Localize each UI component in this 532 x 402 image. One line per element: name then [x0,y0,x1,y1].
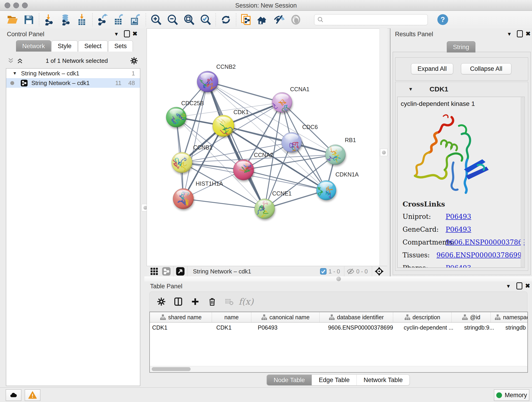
export-network-button[interactable] [94,13,111,27]
warnings-button[interactable] [25,389,40,401]
network-right-splitter[interactable] [380,28,387,266]
results-panel-close-icon[interactable]: ✖ [526,31,531,37]
crosslink-link[interactable]: 9606.ENSP00000378699 [446,238,525,246]
tab-edge-table[interactable]: Edge Table [312,375,357,385]
memory-button[interactable]: Memory [494,389,529,401]
node-CDKN1A[interactable] [317,180,336,200]
add-column-button[interactable] [187,294,204,310]
birdseye-view-icon[interactable] [374,267,384,276]
tab-sets[interactable]: Sets [108,40,133,51]
zoom-selected-button[interactable] [197,13,214,27]
open-session-button[interactable] [4,13,21,27]
tab-style[interactable]: Style [51,40,78,51]
table-cell[interactable]: P06493 [255,322,326,332]
node-HIST1H1A[interactable] [173,188,194,209]
crosslink-link[interactable]: P06493 [446,225,471,233]
node-RB1[interactable] [325,145,346,165]
import-table-file-button[interactable] [74,13,90,27]
refresh-button[interactable] [218,13,234,27]
node-CDK1[interactable] [213,115,234,141]
export-image-button[interactable] [127,13,144,27]
table-panel-splitter[interactable] [144,276,532,281]
column-header-name[interactable]: name [212,312,251,322]
show-columns-button[interactable] [170,294,187,310]
tab-string[interactable]: String [447,41,475,52]
show-panels-button[interactable] [288,13,304,27]
network-options-gear-icon[interactable] [130,57,138,65]
zoom-out-button[interactable] [164,13,181,27]
share-view-icon[interactable] [162,267,171,276]
tab-network-table[interactable]: Network Table [357,375,410,385]
hide-panels-button[interactable] [271,13,288,27]
cloud-status-button[interactable] [6,389,21,401]
node-CDC25B[interactable] [166,107,186,127]
column-header--id[interactable]: @id [452,312,491,322]
delete-column-button[interactable] [204,294,221,310]
collapse-all-icon[interactable] [7,57,14,64]
column-header-shared-name[interactable]: shared name [150,312,212,322]
network-row[interactable]: String Network – cdk1 11 48 [6,78,140,88]
import-network-file-button[interactable] [41,13,57,27]
zoom-in-button[interactable] [148,13,164,27]
string-import-button[interactable] [238,13,254,27]
node-CCNB1[interactable] [172,152,192,173]
tab-select[interactable]: Select [78,40,108,51]
crosslink-link[interactable]: P06493 [446,264,471,268]
save-session-button[interactable] [21,13,37,27]
results-scrollbar[interactable] [521,97,524,267]
table-cell[interactable]: cyclin-dependent ... [401,322,462,332]
crosslink-link[interactable]: 9606.ENSP00000378699 [437,251,522,259]
help-button[interactable]: ? [437,14,448,25]
node-CCNE1[interactable] [254,199,275,219]
table-panel-menu-icon[interactable]: ▼ [506,284,511,289]
control-panel-menu-icon[interactable]: ▼ [114,32,119,37]
expand-all-button[interactable]: Expand All [411,63,453,74]
gene-collapse-icon[interactable]: ▼ [408,86,413,92]
splitter-handle[interactable] [380,149,387,156]
column-header-namespace[interactable]: namespace [491,312,528,322]
scrollbar-thumb[interactable] [152,367,191,371]
edge-CCNB2-CCNE1[interactable] [208,82,265,209]
results-panel-menu-icon[interactable]: ▼ [507,32,512,37]
tab-node-table[interactable]: Node Table [267,375,312,385]
collapse-all-button[interactable]: Collapse All [461,63,511,74]
table-panel-float-icon[interactable] [516,282,522,289]
search-input[interactable] [326,15,428,25]
node-CCNA2[interactable] [233,160,254,180]
gene-section-header[interactable]: ▼ CDK1 [395,82,528,96]
export-table-button[interactable] [111,13,127,27]
table-settings-button[interactable] [153,294,170,310]
splitter-handle[interactable] [336,277,341,281]
import-network-database-button[interactable] [57,13,74,27]
node-CCNB2[interactable] [197,71,218,92]
table-cell[interactable]: 9606.ENSP00000378699 [326,322,401,332]
apply-function-button[interactable]: f(x) [238,294,254,310]
expand-all-icon[interactable] [17,57,23,64]
network-canvas[interactable]: CCNB2CCNA1CDC25BCDK1CDC6RB1CCNB1CCNA2CDK… [147,28,380,266]
zoom-fit-button[interactable] [181,13,197,27]
column-header-canonical-name[interactable]: canonical name [251,312,320,322]
network-graph[interactable]: CCNB2CCNA1CDC25BCDK1CDC6RB1CCNB1CCNA2CDK… [147,29,380,266]
table-cell[interactable]: stringdb:9... [462,322,503,332]
edge-HIST1H1A-CCNE1[interactable] [183,199,265,209]
grid-view-icon[interactable] [150,267,158,276]
table-panel-close-icon[interactable]: ✖ [525,283,530,289]
column-header-description[interactable]: description [393,312,452,322]
table-cell[interactable]: CDK1 [214,322,255,332]
collection-expand-icon[interactable]: ▼ [13,71,17,76]
network-collection-row[interactable]: ▼ String Network – cdk1 1 [6,69,140,78]
delete-table-button[interactable] [221,294,238,310]
crosslink-link[interactable]: P06493 [446,213,471,220]
control-panel-splitter[interactable] [144,28,147,266]
results-panel-float-icon[interactable] [517,30,523,37]
table-row[interactable]: CDK1CDK1P064939606.ENSP00000378699cyclin… [150,322,527,332]
control-panel-float-icon[interactable] [124,30,130,37]
table-cell[interactable]: CDK1 [150,322,214,332]
table-cell[interactable]: stringdb [503,322,528,332]
table-horizontal-scrollbar[interactable] [150,366,527,372]
home-button[interactable] [254,13,271,27]
selected-checkbox-icon[interactable] [320,268,327,275]
node-table[interactable]: shared namenamecanonical namedatabase id… [149,312,528,373]
column-header-database-identifier[interactable]: database identifier [320,312,393,322]
tab-network[interactable]: Network [16,40,51,51]
